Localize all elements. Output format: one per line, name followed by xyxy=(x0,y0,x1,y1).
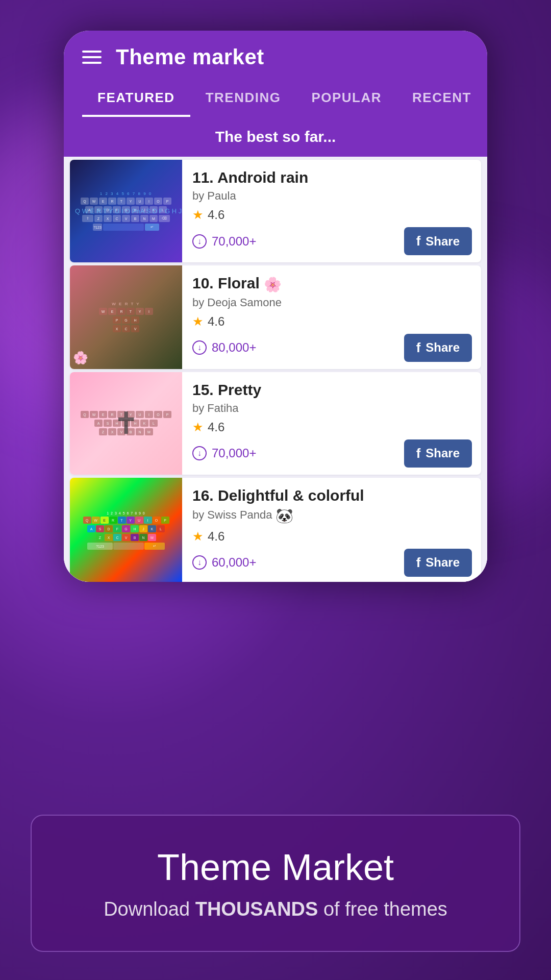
theme-name: 16. Delightful & colorful xyxy=(192,487,472,504)
theme-thumbnail: 1 2 3 4 5 6 7 8 9 0 QWERTYUIOP ASDFGHJKL… xyxy=(70,478,182,582)
facebook-icon: f xyxy=(416,233,421,249)
panda-emoji: 🐼 xyxy=(276,508,293,524)
theme-footer: ↓ 80,000+ f Share xyxy=(192,334,472,362)
download-icon: ↓ xyxy=(192,234,207,249)
theme-info: 15. Pretty by Fatiha ★ 4.6 ↓ 70,000+ xyxy=(182,372,481,475)
theme-name: 15. Pretty xyxy=(192,381,472,399)
theme-footer: ↓ 60,000+ f Share xyxy=(192,549,472,577)
banner: The best so far... xyxy=(64,117,487,157)
theme-list: 1 2 3 4 5 6 7 8 9 0 QWERTYUIOP ASDFGHJKL… xyxy=(64,160,487,582)
theme-thumbnail: 1 2 3 4 5 6 7 8 9 0 QWERTYUIOP ASDFGHJKL… xyxy=(70,160,182,262)
star-icon: ★ xyxy=(192,529,204,544)
theme-footer: ↓ 70,000+ f Share xyxy=(192,227,472,255)
rating-value: 4.6 xyxy=(208,314,224,329)
rating-value: 4.6 xyxy=(208,208,224,222)
flower-emoji: 🌸 xyxy=(264,277,282,292)
theme-item[interactable]: 1 2 3 4 5 6 7 8 9 0 QWERTYUIOP ASDFGHJKL… xyxy=(70,160,481,262)
download-count: ↓ 70,000+ xyxy=(192,234,256,249)
promo-card: Theme Market Download THOUSANDS of free … xyxy=(31,815,520,952)
theme-thumbnail: W E R T Y WERTYI PGH XCV 🌸 xyxy=(70,265,182,369)
tabs-bar: FEATURED TRENDING POPULAR RECENT xyxy=(82,82,469,117)
tab-popular[interactable]: POPULAR xyxy=(296,82,397,117)
theme-item[interactable]: 1 2 3 4 5 6 7 8 9 0 QWERTYUIOP ASDFGHJKL… xyxy=(70,478,481,582)
banner-text: The best so far... xyxy=(215,128,336,145)
facebook-icon: f xyxy=(416,340,421,356)
download-count: ↓ 80,000+ xyxy=(192,340,256,355)
theme-item[interactable]: W E R T Y WERTYI PGH XCV 🌸 xyxy=(70,265,481,369)
rating-value: 4.6 xyxy=(208,420,224,434)
rating-value: 4.6 xyxy=(208,529,224,544)
theme-info: 16. Delightful & colorful by Swiss Panda… xyxy=(182,478,481,582)
theme-info: 11. Android rain by Paula ★ 4.6 ↓ 70,000… xyxy=(182,160,481,262)
phone-frame: Theme market FEATURED TRENDING POPULAR R… xyxy=(64,31,487,582)
share-button[interactable]: f Share xyxy=(404,227,472,255)
menu-icon[interactable] xyxy=(82,51,102,64)
theme-author: by Deoja Samone xyxy=(192,296,472,309)
promo-title: Theme Market xyxy=(72,846,479,888)
theme-rating: ★ 4.6 xyxy=(192,314,472,329)
theme-author: by Swiss Panda 🐼 xyxy=(192,507,472,524)
content-area: The best so far... 1 2 3 4 5 6 7 8 9 0 Q… xyxy=(64,117,487,582)
star-icon: ★ xyxy=(192,420,204,434)
theme-author: by Fatiha xyxy=(192,402,472,415)
theme-thumbnail: QWERTYUIOP ASHGHKL ZXVBNM ✝ xyxy=(70,372,182,475)
tab-featured[interactable]: FEATURED xyxy=(82,82,190,117)
tab-trending[interactable]: TRENDING xyxy=(190,82,296,117)
theme-rating: ★ 4.6 xyxy=(192,208,472,222)
download-count: ↓ 60,000+ xyxy=(192,555,256,570)
download-count: ↓ 70,000+ xyxy=(192,446,256,460)
tab-recent[interactable]: RECENT xyxy=(397,82,487,117)
share-button[interactable]: f Share xyxy=(404,439,472,468)
app-header: Theme market FEATURED TRENDING POPULAR R… xyxy=(64,31,487,117)
theme-item[interactable]: QWERTYUIOP ASHGHKL ZXVBNM ✝ xyxy=(70,372,481,475)
share-button[interactable]: f Share xyxy=(404,549,472,577)
facebook-icon: f xyxy=(416,446,421,461)
app-title: Theme market xyxy=(116,45,264,69)
download-icon: ↓ xyxy=(192,446,207,460)
share-button[interactable]: f Share xyxy=(404,334,472,362)
theme-name: 10. Floral 🌸 xyxy=(192,275,472,293)
theme-name: 11. Android rain xyxy=(192,169,472,186)
facebook-icon: f xyxy=(416,555,421,571)
theme-info: 10. Floral 🌸 by Deoja Samone ★ 4.6 ↓ 80,… xyxy=(182,265,481,369)
promo-subtitle: Download THOUSANDS of free themes xyxy=(72,898,479,920)
theme-rating: ★ 4.6 xyxy=(192,420,472,434)
bottom-promo: Theme Market Download THOUSANDS of free … xyxy=(0,786,551,980)
theme-footer: ↓ 70,000+ f Share xyxy=(192,439,472,468)
download-icon: ↓ xyxy=(192,340,207,355)
theme-author: by Paula xyxy=(192,189,472,203)
theme-rating: ★ 4.6 xyxy=(192,529,472,544)
download-icon: ↓ xyxy=(192,555,207,570)
star-icon: ★ xyxy=(192,208,204,222)
star-icon: ★ xyxy=(192,314,204,329)
